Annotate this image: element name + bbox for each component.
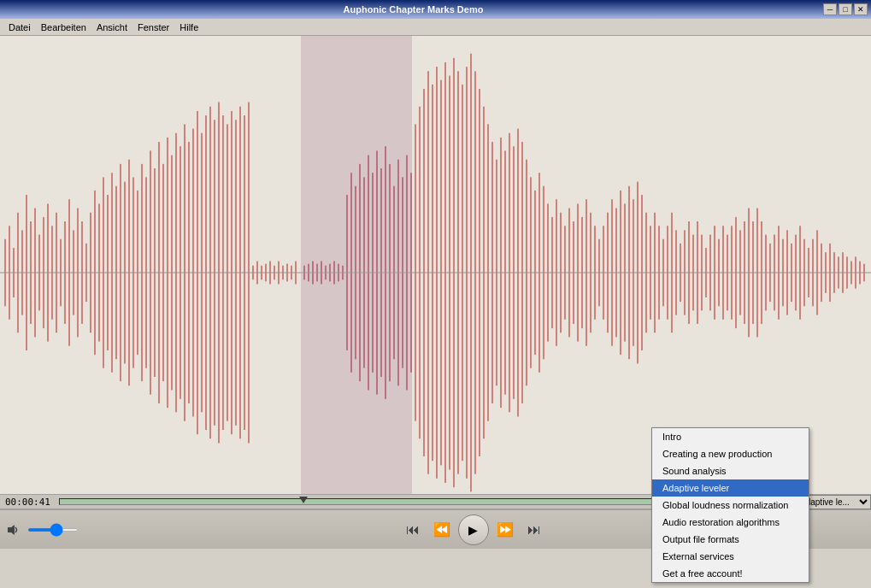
timeline-marker <box>299 497 308 503</box>
title-bar-controls: ─ □ ✕ <box>823 3 868 15</box>
context-menu-item-external-services[interactable]: External services <box>652 548 809 565</box>
context-menu-item-audio-restoration[interactable]: Audio restoration algorithms <box>652 514 809 531</box>
menu-datei[interactable]: Datei <box>3 21 36 34</box>
volume-icon <box>7 523 21 537</box>
title-bar: Auphonic Chapter Marks Demo ─ □ ✕ <box>0 0 871 19</box>
context-menu-item-loudness[interactable]: Global loudness normalization <box>652 497 809 514</box>
maximize-button[interactable]: □ <box>839 3 852 15</box>
skip-back-button[interactable]: ⏮ <box>400 517 426 543</box>
forward-button[interactable]: ⏩ <box>492 517 518 543</box>
time-display: 00:00:41 <box>0 497 56 508</box>
context-menu-item-output-formats[interactable]: Output file formats <box>652 531 809 548</box>
play-button[interactable]: ▶ <box>458 514 489 545</box>
menu-ansicht[interactable]: Ansicht <box>91 21 132 34</box>
skip-forward-button[interactable]: ⏭ <box>521 517 547 543</box>
context-menu: Intro Creating a new production Sound an… <box>651 427 809 583</box>
main-area: 00:00:41 Adaptive le... ⏮ ⏪ ▶ ⏩ ⏭ Intro … <box>0 36 871 549</box>
context-menu-item-adaptive-leveler[interactable]: Adaptive leveler <box>652 479 809 497</box>
volume-slider[interactable] <box>27 528 79 532</box>
context-menu-item-sound-analysis[interactable]: Sound analysis <box>652 462 809 479</box>
context-menu-item-intro[interactable]: Intro <box>652 428 809 445</box>
svg-marker-205 <box>8 525 15 535</box>
context-menu-item-creating[interactable]: Creating a new production <box>652 445 809 462</box>
menu-bearbeiten[interactable]: Bearbeiten <box>36 21 91 34</box>
close-button[interactable]: ✕ <box>854 3 868 15</box>
minimize-button[interactable]: ─ <box>823 3 837 15</box>
menu-fenster[interactable]: Fenster <box>132 21 174 34</box>
context-menu-item-free-account[interactable]: Get a free account! <box>652 565 809 582</box>
menu-hilfe[interactable]: Hilfe <box>174 21 203 34</box>
rewind-button[interactable]: ⏪ <box>429 517 455 543</box>
menu-bar: Datei Bearbeiten Ansicht Fenster Hilfe <box>0 19 871 36</box>
window-title: Auphonic Chapter Marks Demo <box>3 4 823 15</box>
